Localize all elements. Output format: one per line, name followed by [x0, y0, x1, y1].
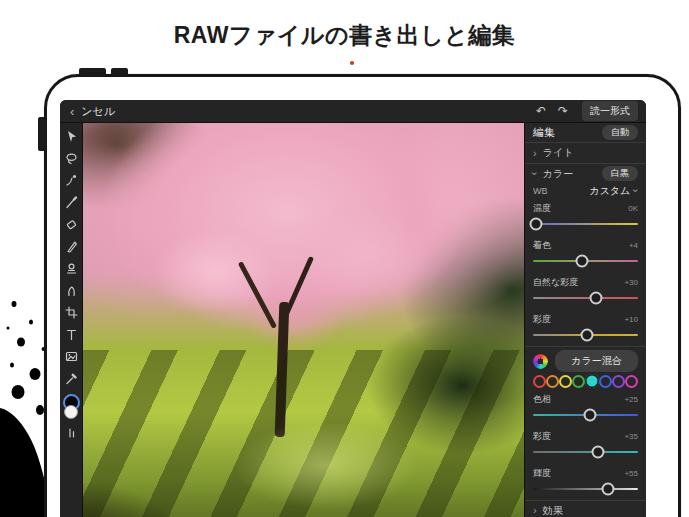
- color-dot-aqua-selected[interactable]: [585, 374, 599, 388]
- foreground-background-color-well[interactable]: [63, 394, 79, 418]
- slider-track[interactable]: [533, 451, 638, 453]
- back-chevron-icon: ‹: [70, 105, 74, 118]
- color-channel-dots: [533, 374, 638, 388]
- color-dot-orange[interactable]: [546, 375, 559, 388]
- slider-value: 0K: [628, 204, 638, 213]
- slider-value: +30: [624, 278, 638, 287]
- place-image-tool[interactable]: [63, 348, 79, 364]
- page-title: RAWファイルの書き出しと編集: [0, 20, 689, 51]
- color-dot-yellow[interactable]: [559, 375, 572, 388]
- type-tool[interactable]: [63, 326, 79, 342]
- divider: [525, 346, 646, 347]
- slider-label: 彩度: [533, 313, 551, 326]
- grass-shadows: [83, 350, 524, 517]
- tablet-device-frame: ‹ ンセル ↶ ↷ 読一形式: [44, 74, 681, 517]
- slider-value: +35: [624, 432, 638, 441]
- slider-value: +25: [624, 395, 638, 404]
- slider-track[interactable]: [533, 260, 638, 262]
- saturation-slider[interactable]: 彩度 +10: [533, 313, 638, 343]
- clone-stamp-tool[interactable]: [63, 260, 79, 276]
- eyedropper-tool[interactable]: [63, 370, 79, 386]
- temperature-slider[interactable]: 温度 0K: [533, 202, 638, 232]
- photo-canvas[interactable]: [83, 123, 524, 517]
- color-section-header[interactable]: › カラー 白黒: [533, 164, 638, 183]
- undo-icon[interactable]: ↶: [536, 104, 546, 118]
- slider-knob[interactable]: [592, 446, 605, 459]
- slider-value: +10: [624, 315, 638, 324]
- bw-button[interactable]: 白黒: [602, 166, 638, 181]
- light-section-label: ライト: [543, 146, 574, 160]
- slider-knob[interactable]: [583, 409, 596, 422]
- volume-button: [111, 68, 128, 76]
- color-mix-button[interactable]: カラー混合: [555, 350, 638, 372]
- lasso-tool[interactable]: [63, 150, 79, 166]
- slider-track[interactable]: [533, 334, 638, 336]
- color-dot-green[interactable]: [572, 375, 585, 388]
- chevron-right-icon: ›: [533, 505, 537, 516]
- eraser-tool[interactable]: [63, 216, 79, 232]
- light-section-header[interactable]: › ライト: [533, 143, 638, 162]
- slider-knob[interactable]: [590, 292, 603, 305]
- slider-track[interactable]: [533, 223, 638, 225]
- color-section-label: カラー: [543, 167, 573, 181]
- move-tool[interactable]: [63, 128, 79, 144]
- crop-tool[interactable]: [63, 304, 79, 320]
- effects-section-header[interactable]: › 効果: [533, 501, 638, 517]
- color-wheel-icon[interactable]: [533, 354, 548, 369]
- hue-slider[interactable]: 色相 +25: [533, 393, 638, 423]
- color-dot-blue[interactable]: [599, 375, 612, 388]
- chevron-down-icon: ›: [631, 189, 642, 193]
- slider-track[interactable]: [533, 414, 638, 416]
- cancel-label: ンセル: [81, 104, 115, 119]
- top-bar: ‹ ンセル ↶ ↷ 読一形式: [60, 100, 646, 123]
- effects-section-label: 効果: [543, 504, 563, 517]
- luminance-slider[interactable]: 輝度 +55: [533, 467, 638, 497]
- slider-label: 輝度: [533, 467, 551, 480]
- brush-tool[interactable]: [63, 194, 79, 210]
- more-tools[interactable]: [63, 424, 79, 440]
- slider-knob[interactable]: [601, 483, 614, 496]
- slider-value: +4: [629, 241, 638, 250]
- quick-select-tool[interactable]: [63, 172, 79, 188]
- cancel-button[interactable]: ‹ ンセル: [60, 104, 115, 119]
- slider-track[interactable]: [533, 488, 638, 490]
- tint-slider[interactable]: 着色 +4: [533, 239, 638, 269]
- app-screen: ‹ ンセル ↶ ↷ 読一形式: [60, 100, 646, 517]
- color-dot-purple[interactable]: [612, 375, 625, 388]
- chevron-right-icon: ›: [533, 148, 537, 159]
- slider-label: 彩度: [533, 430, 551, 443]
- mix-saturation-slider[interactable]: 彩度 +35: [533, 430, 638, 460]
- volume-button: [79, 68, 106, 76]
- slider-knob[interactable]: [576, 255, 589, 268]
- vibrance-slider[interactable]: 自然な彩度 +30: [533, 276, 638, 306]
- redo-icon[interactable]: ↷: [558, 104, 568, 118]
- smudge-tool[interactable]: [63, 282, 79, 298]
- wb-label: WB: [533, 186, 548, 196]
- slider-track[interactable]: [533, 297, 638, 299]
- wb-dropdown[interactable]: カスタム: [589, 184, 630, 198]
- slider-label: 温度: [533, 202, 551, 215]
- color-dot-magenta[interactable]: [625, 375, 638, 388]
- tool-sidebar: [60, 123, 83, 517]
- side-button: [38, 117, 46, 151]
- slider-knob[interactable]: [580, 329, 593, 342]
- slider-label: 色相: [533, 393, 551, 406]
- background-color-swatch[interactable]: [64, 405, 78, 419]
- auto-button[interactable]: 自動: [602, 125, 638, 140]
- slider-knob[interactable]: [530, 218, 543, 231]
- format-button[interactable]: 読一形式: [582, 101, 638, 121]
- color-dot-red[interactable]: [533, 375, 546, 388]
- chevron-down-icon: ›: [529, 172, 540, 176]
- edit-panel: 編集 自動 › ライト › カラー 白黒 WB: [524, 123, 646, 517]
- slider-value: +55: [624, 469, 638, 478]
- red-speck: [350, 61, 354, 65]
- pen-tool[interactable]: [63, 238, 79, 254]
- edit-label: 編集: [533, 125, 555, 140]
- slider-label: 自然な彩度: [533, 276, 578, 289]
- slider-label: 着色: [533, 239, 551, 252]
